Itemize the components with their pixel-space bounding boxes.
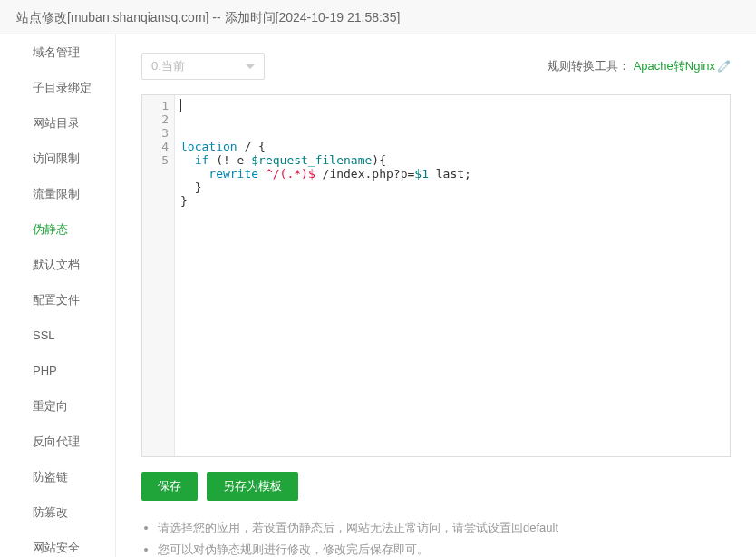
line-number: 1	[142, 99, 169, 112]
sidebar-item-11[interactable]: 反向代理	[0, 424, 115, 459]
template-select[interactable]: 0.当前	[141, 53, 265, 80]
text-cursor	[180, 99, 181, 112]
sidebar-item-1[interactable]: 子目录绑定	[0, 70, 115, 105]
apache-to-nginx-link[interactable]: Apache转Nginx🧷	[634, 59, 731, 73]
code-area[interactable]: location / { if (!-e $request_filename){…	[175, 95, 730, 456]
code-line: location / {	[180, 140, 730, 153]
line-gutter: 12345	[142, 95, 175, 456]
sidebar-item-9[interactable]: PHP	[0, 353, 115, 388]
sidebar-item-4[interactable]: 流量限制	[0, 176, 115, 211]
sidebar-item-0[interactable]: 域名管理	[0, 34, 115, 70]
sidebar-item-5[interactable]: 伪静态	[0, 211, 115, 247]
tool-label: 规则转换工具：	[548, 59, 630, 73]
main-area: 域名管理子目录绑定网站目录访问限制流量限制伪静态默认文档配置文件SSLPHP重定…	[0, 34, 756, 557]
sidebar-item-13[interactable]: 防篡改	[0, 494, 115, 530]
sidebar-item-6[interactable]: 默认文档	[0, 247, 115, 282]
code-line: }	[180, 181, 730, 194]
line-number: 5	[142, 153, 169, 167]
button-row: 保存 另存为模板	[141, 472, 731, 501]
select-value: 0.当前	[151, 58, 246, 74]
sidebar-item-8[interactable]: SSL	[0, 318, 115, 353]
sidebar-item-12[interactable]: 防盗链	[0, 459, 115, 494]
code-editor[interactable]: 12345 location / { if (!-e $request_file…	[141, 94, 731, 457]
save-button[interactable]: 保存	[141, 472, 198, 501]
line-number: 2	[142, 112, 169, 126]
line-number: 3	[142, 126, 169, 140]
code-line: if (!-e $request_filename){	[180, 153, 730, 167]
attachment-icon: 🧷	[717, 60, 731, 73]
sidebar-item-14[interactable]: 网站安全	[0, 530, 115, 557]
note-item: 请选择您的应用，若设置伪静态后，网站无法正常访问，请尝试设置回default	[158, 517, 731, 539]
content-panel: 0.当前 规则转换工具：Apache转Nginx🧷 12345 location…	[116, 34, 756, 557]
convert-tool: 规则转换工具：Apache转Nginx🧷	[548, 58, 731, 74]
window-title: 站点修改[muban.shanqiansq.com] -- 添加时间[2024-…	[0, 0, 756, 34]
sidebar-item-7[interactable]: 配置文件	[0, 282, 115, 318]
notes-list: 请选择您的应用，若设置伪静态后，网站无法正常访问，请尝试设置回default您可…	[141, 517, 731, 557]
chevron-down-icon	[246, 64, 255, 69]
code-line: rewrite ^/(.*)$ /index.php?p=$1 last;	[180, 167, 730, 181]
save-as-template-button[interactable]: 另存为模板	[207, 472, 298, 501]
top-row: 0.当前 规则转换工具：Apache转Nginx🧷	[141, 53, 731, 80]
note-item: 您可以对伪静态规则进行修改，修改完后保存即可。	[158, 539, 731, 557]
sidebar-item-10[interactable]: 重定向	[0, 388, 115, 424]
code-line: }	[180, 194, 730, 208]
sidebar-item-3[interactable]: 访问限制	[0, 141, 115, 176]
sidebar-item-2[interactable]: 网站目录	[0, 105, 115, 141]
line-number: 4	[142, 140, 169, 153]
sidebar: 域名管理子目录绑定网站目录访问限制流量限制伪静态默认文档配置文件SSLPHP重定…	[0, 34, 116, 557]
